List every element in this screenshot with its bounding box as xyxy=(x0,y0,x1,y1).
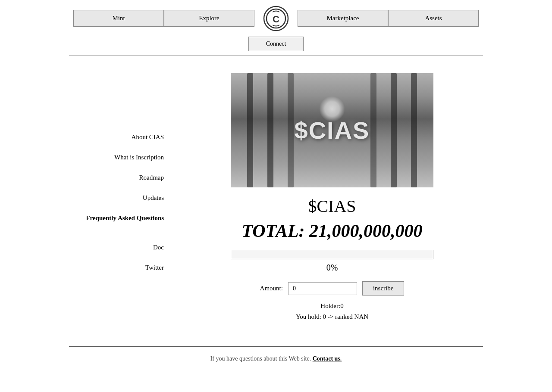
percentage-text: 0% xyxy=(326,263,338,273)
connect-button[interactable]: Connect xyxy=(248,37,304,51)
progress-bar-container xyxy=(231,250,433,259)
content-area: $CIAS $CIAS TOTAL: 21,000,000,000 0% Amo… xyxy=(181,73,483,329)
assets-button[interactable]: Assets xyxy=(388,10,479,27)
amount-row: Amount: inscribe xyxy=(260,281,405,296)
main-content: About CIAS What is Inscription Roadmap U… xyxy=(0,56,552,346)
sidebar-divider xyxy=(69,235,164,235)
token-title: $CIAS xyxy=(308,196,356,216)
connect-row: Connect xyxy=(0,37,552,51)
hero-token-text: $CIAS xyxy=(295,116,370,144)
sidebar-item-faq[interactable]: Frequently Asked Questions xyxy=(69,215,164,222)
hero-image: $CIAS xyxy=(231,73,433,187)
marketplace-button[interactable]: Marketplace xyxy=(298,10,388,27)
amount-input[interactable] xyxy=(288,282,357,295)
logo-container: C xyxy=(259,4,293,32)
sidebar-item-updates[interactable]: Updates xyxy=(69,194,164,202)
pillar-3 xyxy=(288,73,294,187)
amount-label: Amount: xyxy=(260,285,283,292)
sidebar-item-twitter[interactable]: Twitter xyxy=(69,264,164,271)
footer: If you have questions about this Web sit… xyxy=(0,347,552,371)
pillar-6 xyxy=(411,73,417,187)
total-supply: TOTAL: 21,000,000,000 xyxy=(242,221,422,241)
inscribe-button[interactable]: inscribe xyxy=(362,281,404,296)
pillar-5 xyxy=(391,73,397,187)
explore-button[interactable]: Explore xyxy=(164,10,254,27)
pillar-2 xyxy=(267,73,273,187)
svg-text:C: C xyxy=(273,13,279,24)
pillar-4 xyxy=(370,73,376,187)
nav-right: Marketplace Assets xyxy=(298,10,479,27)
header: Mint Explore C Marketplace Assets xyxy=(0,0,552,37)
holder-info: Holder:0 xyxy=(320,302,343,310)
footer-text: If you have questions about this Web sit… xyxy=(210,355,311,362)
mint-button[interactable]: Mint xyxy=(73,10,164,27)
sidebar: About CIAS What is Inscription Roadmap U… xyxy=(69,73,164,329)
sidebar-item-what-is-inscription[interactable]: What is Inscription xyxy=(69,154,164,161)
pillar-1 xyxy=(247,73,253,187)
contact-link[interactable]: Contact us. xyxy=(313,355,342,362)
sidebar-item-about-cias[interactable]: About CIAS xyxy=(69,134,164,141)
logo-icon: C xyxy=(263,6,289,31)
nav-left: Mint Explore xyxy=(73,10,254,27)
hold-info: You hold: 0 -> ranked NAN xyxy=(296,313,368,320)
sidebar-item-doc[interactable]: Doc xyxy=(69,244,164,251)
sidebar-item-roadmap[interactable]: Roadmap xyxy=(69,174,164,181)
